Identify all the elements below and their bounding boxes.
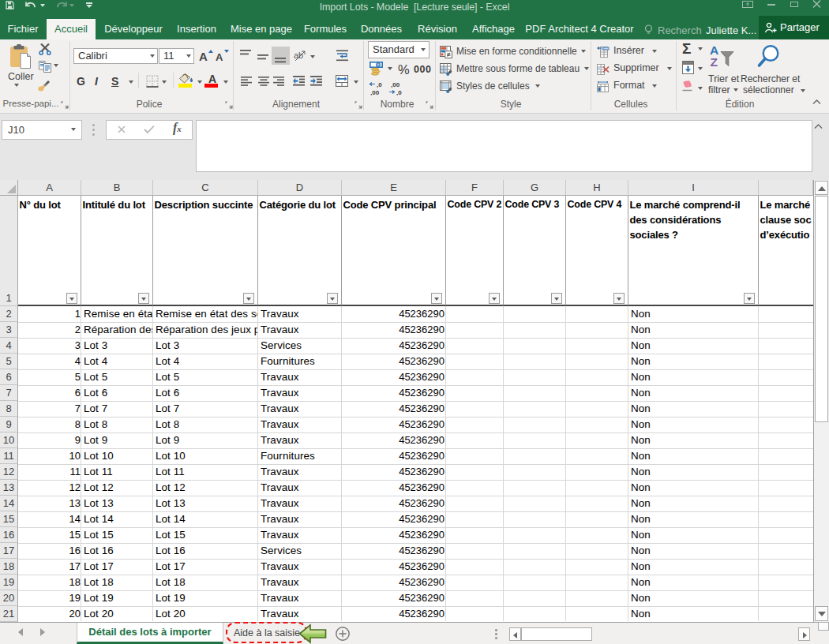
svg-text:,00: ,00 [370,89,380,96]
svg-text:,0: ,0 [377,81,382,88]
svg-text:,00: ,00 [391,81,400,88]
svg-text:Z: Z [711,55,718,67]
svg-text:,0: ,0 [396,89,402,96]
svg-text:ab: ab [294,51,303,60]
